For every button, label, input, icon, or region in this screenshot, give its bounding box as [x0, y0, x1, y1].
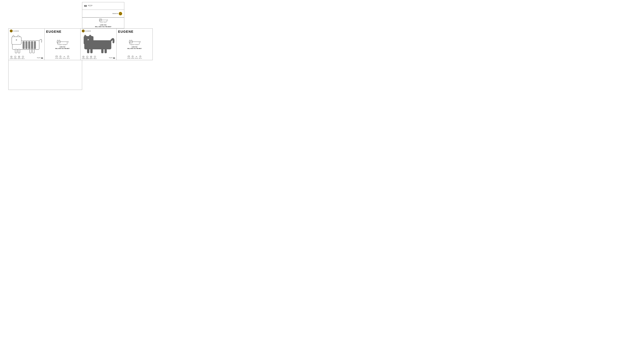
cat-icon-p4	[128, 40, 141, 46]
svg-point-46	[10, 56, 12, 58]
slogan-line2-p2: WILL GIVE YOU THE BEST	[55, 48, 70, 50]
svg-rect-45	[34, 41, 36, 49]
cat-dark-container	[82, 33, 115, 55]
cat-dark-svg	[82, 34, 115, 54]
slogan-panel: LOVE YOU WILL GIVE YOU THE BEST	[82, 18, 124, 29]
svg-marker-96	[131, 40, 132, 41]
slogan-line2: WILL GIVE YOU THE BEST	[95, 26, 112, 28]
panel1-header: EUGENE	[10, 30, 43, 33]
panel-eugene-slogan-right: EUGENE LOVE YOU WILL GIVE YOU T	[116, 29, 153, 60]
top-panel-quantity: 9X	[82, 2, 124, 10]
svg-point-14	[120, 13, 121, 14]
logo-text-upside: EUGENE	[112, 13, 118, 14]
quantity-badge-p3: X6	[109, 57, 115, 59]
icon-item-1: 花木图用	[10, 56, 13, 59]
logo-circle-p1	[10, 30, 13, 33]
svg-point-13	[120, 13, 120, 14]
icon-item-p4-2: 除湿吸潮	[131, 55, 134, 59]
logo-circle-sm	[119, 12, 122, 16]
tray-icon-p1	[37, 57, 40, 59]
svg-marker-20	[101, 19, 102, 19]
icon-item-p3-1: 花木图用	[82, 56, 85, 59]
svg-rect-42	[25, 41, 28, 49]
slogan-line1-p4: LOVE YOU	[132, 46, 138, 48]
svg-point-30	[11, 31, 12, 31]
cat-slogan-svg	[98, 18, 108, 23]
slogan-cat-mini	[98, 18, 108, 24]
svg-rect-81	[104, 49, 107, 53]
icon-item-p2-2: 除湿吸潮	[59, 55, 62, 59]
svg-marker-19	[100, 19, 100, 19]
panel2-footer: 花木图用 除湿吸潮 高效祛味 抑菌止臭	[46, 55, 79, 59]
panel3-footer: 花木图用 除湿吸潮 高效祛味 抑菌止臭	[82, 56, 115, 59]
icon-item-p4-4: 抑菌止臭	[139, 55, 142, 59]
logo-circle-p3	[82, 30, 85, 33]
icon-item-p2-3: 高效祛味	[63, 55, 66, 59]
svg-marker-34	[17, 35, 20, 37]
panel-cat-dark: EUGENE	[80, 29, 116, 60]
cat-outline-svg	[10, 35, 43, 54]
svg-rect-103	[128, 56, 130, 57]
icons-row-p3: 花木图用 除湿吸潮 高效祛味 抑菌止臭	[82, 56, 96, 59]
svg-point-28	[11, 31, 12, 32]
svg-marker-58	[59, 40, 60, 41]
panel4-title: EUGENE	[118, 30, 151, 34]
panel2-title: EUGENE	[46, 30, 79, 34]
svg-rect-44	[31, 41, 33, 49]
slogan-line1-p2: LOVE YOU	[60, 46, 65, 48]
icons-row-p4: 花木图用 除湿吸潮 高效祛味 抑菌止臭	[127, 55, 142, 59]
svg-point-84	[82, 56, 84, 58]
lion-logo-icon	[119, 12, 122, 15]
slogan-text-block: LOVE YOU WILL GIVE YOU THE BEST	[95, 24, 112, 28]
panel4-center: LOVE YOU WILL GIVE YOU THE BEST	[118, 35, 151, 54]
svg-marker-95	[130, 40, 130, 41]
lion-icon-p1	[10, 30, 12, 32]
panel4-footer: 花木图用 除湿吸潮 高效祛味 抑菌止臭	[118, 55, 151, 59]
icon-item-p3-3: 高效祛味	[90, 56, 93, 59]
svg-marker-77	[89, 35, 92, 36]
icon-item-p2-4: 抑菌止臭	[66, 55, 70, 59]
svg-rect-65	[56, 56, 58, 57]
svg-rect-32	[12, 37, 21, 45]
icon-item-p4-3: 高效祛味	[135, 55, 138, 59]
svg-marker-76	[84, 35, 87, 36]
panel1-footer: 花木图用 除湿吸潮 高效祛味 抑菌止臭	[10, 56, 43, 59]
icon-item-p3-4: 抑菌止臭	[93, 56, 96, 59]
icon-item-4: 抑菌止臭	[21, 56, 24, 59]
panel2-center: LOVE YOU WILL GIVE YOU THE BEST	[46, 35, 79, 54]
svg-marker-57	[57, 40, 58, 41]
svg-rect-36	[18, 49, 20, 53]
tray-icon	[88, 5, 92, 7]
svg-rect-79	[90, 49, 92, 53]
svg-point-71	[83, 31, 84, 32]
canvas: 9X EUGENE	[0, 0, 161, 90]
bottom-left-empty-panel	[8, 60, 82, 90]
svg-rect-80	[101, 49, 104, 53]
eugene-title-p2: EUGENE	[46, 30, 62, 33]
svg-rect-37	[30, 49, 32, 53]
brand-label-p3: EUGENE	[85, 31, 91, 32]
icon-item-3: 高效祛味	[18, 56, 21, 59]
svg-rect-78	[87, 49, 89, 53]
icons-row-p2: 花木图用 除湿吸潮 高效祛味 抑菌止臭	[55, 55, 70, 59]
panel-eugene-slogan: EUGENE LOVE YOU WILL GIVE YOU T	[44, 29, 81, 60]
panel-cat-outline: EUGENE	[8, 29, 44, 60]
quantity-label: 9X	[84, 5, 87, 7]
panel3-header: EUGENE	[82, 30, 115, 33]
quantity-badge-p1: X6	[37, 57, 43, 59]
brand-label-p1: EUGENE	[13, 31, 19, 32]
svg-rect-41	[22, 41, 25, 49]
icon-item-p4-1: 花木图用	[127, 55, 130, 59]
icon-item-p2-1: 花木图用	[55, 55, 58, 59]
icon-item-2: 除湿吸潮	[14, 56, 17, 59]
icon-item-p3-2: 除湿吸潮	[86, 56, 89, 59]
main-panel-grid: EUGENE	[8, 29, 153, 60]
top-right-container: 9X EUGENE	[82, 2, 124, 18]
tray-icon-p3	[109, 57, 112, 59]
svg-rect-43	[28, 41, 30, 49]
icons-row-p1: 花木图用 除湿吸潮 高效祛味 抑菌止臭	[10, 56, 24, 59]
lion-icon-p3	[82, 30, 84, 32]
top-panel-logo: EUGENE	[82, 10, 124, 17]
slogan-line1: LOVE YOU	[95, 24, 112, 26]
svg-rect-35	[15, 49, 17, 53]
